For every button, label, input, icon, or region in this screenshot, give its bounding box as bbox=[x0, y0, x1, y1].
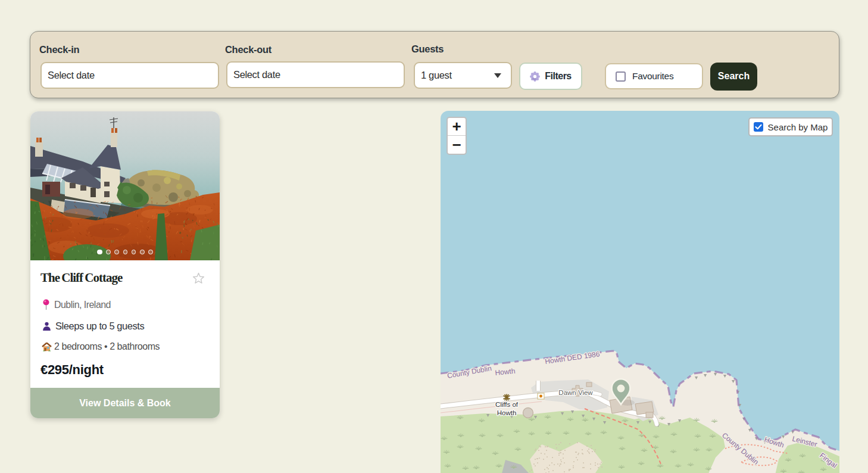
svg-text:Howth: Howth bbox=[497, 409, 517, 416]
svg-text:Cliffs of: Cliffs of bbox=[495, 401, 519, 408]
svg-text:Dawn View: Dawn View bbox=[558, 389, 593, 396]
